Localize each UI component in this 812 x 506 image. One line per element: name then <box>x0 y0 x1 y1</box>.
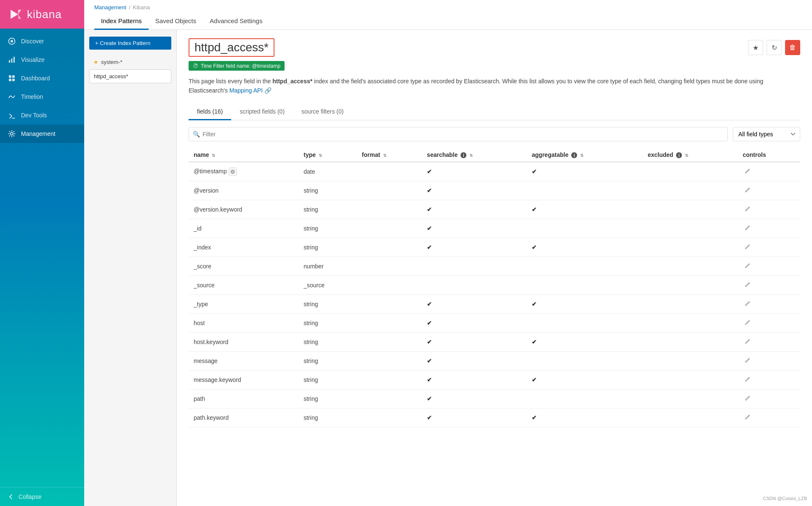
cell-aggregatable: ✔ <box>527 371 642 389</box>
sidebar-item-management[interactable]: Management <box>0 125 84 143</box>
checkmark-searchable: ✔ <box>427 301 432 307</box>
sidebar-navigation: Discover Visualize Dashboard Timelion De… <box>0 29 84 487</box>
sidebar-item-dashboard[interactable]: Dashboard <box>0 69 84 87</box>
cell-type: string <box>298 219 357 238</box>
tab-saved-objects[interactable]: Saved Objects <box>149 13 203 30</box>
cell-type: number <box>298 257 357 276</box>
collapse-button[interactable]: Collapse <box>0 487 84 506</box>
filter-row: 🔍 All field types string date number <box>189 127 800 141</box>
edit-field-button[interactable] <box>743 337 753 347</box>
sort-icon-aggregatable[interactable]: ⇅ <box>580 153 583 158</box>
cell-type: string <box>298 352 357 371</box>
delete-button[interactable]: 🗑 <box>785 40 800 55</box>
tab-scripted-fields[interactable]: scripted fields (0) <box>231 104 293 120</box>
cell-type: string <box>298 333 357 352</box>
edit-field-button[interactable] <box>743 242 753 252</box>
breadcrumb-kibana: Kibana <box>133 4 150 11</box>
index-name-bold: httpd_access* <box>272 78 312 85</box>
sort-icon-name[interactable]: ⇅ <box>212 153 215 158</box>
index-list-item-system[interactable]: ★ system-* <box>89 56 171 69</box>
cell-type: string <box>298 181 357 200</box>
cell-excluded <box>643 352 738 371</box>
cell-controls <box>737 276 800 295</box>
cell-excluded <box>643 276 738 295</box>
edit-field-button[interactable] <box>743 204 753 215</box>
cell-searchable: ✔ <box>422 162 527 181</box>
cell-searchable: ✔ <box>422 352 527 371</box>
cell-excluded <box>643 181 738 200</box>
mapping-api-link[interactable]: Mapping API <box>229 87 263 94</box>
index-list-item-httpd[interactable]: httpd_access* <box>89 69 171 83</box>
field-type-select[interactable]: All field types string date number <box>733 127 800 141</box>
title-actions: ★ ↻ 🗑 <box>748 40 800 55</box>
sort-icon-format[interactable]: ⇅ <box>383 153 386 158</box>
edit-field-button[interactable] <box>743 167 753 177</box>
sidebar-item-management-label: Management <box>21 130 56 137</box>
cell-format <box>357 295 422 314</box>
logo-area: kibana <box>0 0 84 29</box>
checkmark-searchable: ✔ <box>427 395 432 402</box>
edit-field-button[interactable] <box>743 299 753 309</box>
tab-advanced-settings[interactable]: Advanced Settings <box>203 13 269 30</box>
tab-fields[interactable]: fields (16) <box>189 104 231 120</box>
discover-icon <box>8 37 16 45</box>
cell-aggregatable <box>527 219 642 238</box>
checkmark-searchable: ✔ <box>427 244 432 251</box>
info-icon-searchable[interactable]: i <box>461 152 466 158</box>
svg-rect-8 <box>13 57 15 63</box>
cell-controls <box>737 200 800 219</box>
cell-name: _source <box>189 276 298 295</box>
timestamp-gear-icon[interactable]: ⚙ <box>229 167 237 176</box>
sort-icon-excluded[interactable]: ⇅ <box>685 153 688 158</box>
sidebar-item-devtools[interactable]: Dev Tools <box>0 106 84 125</box>
cell-controls <box>737 408 800 427</box>
cell-excluded <box>643 257 738 276</box>
cell-name: host <box>189 314 298 333</box>
cell-type: string <box>298 314 357 333</box>
cell-excluded <box>643 219 738 238</box>
edit-field-button[interactable] <box>743 280 753 290</box>
tab-source-filters[interactable]: source filters (0) <box>293 104 352 120</box>
favorite-button[interactable]: ★ <box>748 40 763 55</box>
cell-excluded <box>643 408 738 427</box>
edit-field-button[interactable] <box>743 318 753 328</box>
breadcrumb-management[interactable]: Management <box>94 4 126 11</box>
sidebar-item-discover[interactable]: Discover <box>0 32 84 50</box>
breadcrumb-separator: / <box>129 4 130 11</box>
refresh-button[interactable]: ↻ <box>767 40 782 55</box>
edit-field-button[interactable] <box>743 223 753 233</box>
create-index-pattern-button[interactable]: + Create Index Pattern <box>89 37 171 50</box>
edit-field-button[interactable] <box>743 261 753 271</box>
edit-field-button[interactable] <box>743 413 753 423</box>
edit-field-button[interactable] <box>743 394 753 404</box>
checkmark-aggregatable: ✔ <box>532 414 537 421</box>
clock-icon: ⏱ <box>193 63 198 69</box>
filter-input[interactable] <box>189 127 728 141</box>
cell-excluded <box>643 389 738 408</box>
cell-excluded <box>643 162 738 181</box>
checkmark-aggregatable: ✔ <box>532 206 537 213</box>
sort-icon-searchable[interactable]: ⇅ <box>469 153 473 158</box>
edit-field-button[interactable] <box>743 185 753 196</box>
sidebar: kibana Discover Visualize Dashboard Time… <box>0 0 84 506</box>
table-row: @timestamp⚙date✔✔ <box>189 162 800 181</box>
cell-name: host.keyword <box>189 333 298 352</box>
edit-field-button[interactable] <box>743 375 753 385</box>
edit-field-button[interactable] <box>743 356 753 366</box>
time-filter-label: Time Filter field name: @timestamp <box>201 63 280 69</box>
table-body: @timestamp⚙date✔✔@versionstring✔@version… <box>189 162 800 427</box>
tab-index-patterns[interactable]: Index Patterns <box>94 13 149 30</box>
cell-name: path.keyword <box>189 408 298 427</box>
table-row: @version.keywordstring✔✔ <box>189 200 800 219</box>
sort-icon-type[interactable]: ⇅ <box>319 153 322 158</box>
cell-format <box>357 181 422 200</box>
col-header-excluded: excluded i ⇅ <box>643 148 738 162</box>
svg-rect-10 <box>12 75 15 78</box>
info-icon-aggregatable[interactable]: i <box>571 152 577 158</box>
col-header-type: type ⇅ <box>298 148 357 162</box>
sidebar-item-visualize[interactable]: Visualize <box>0 50 84 69</box>
info-icon-excluded[interactable]: i <box>676 152 682 158</box>
sidebar-item-timelion[interactable]: Timelion <box>0 87 84 106</box>
col-header-aggregatable: aggregatable i ⇅ <box>527 148 642 162</box>
cell-format <box>357 389 422 408</box>
